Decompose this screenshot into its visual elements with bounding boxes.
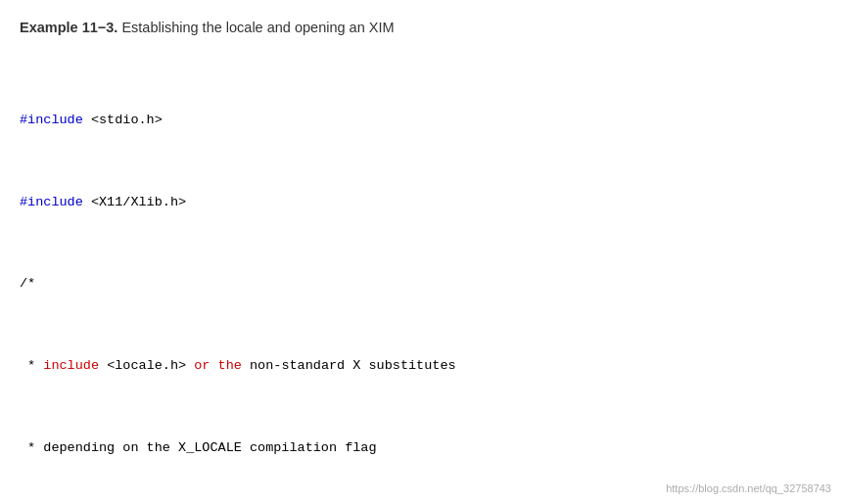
comment-or: or — [194, 358, 210, 373]
comment-include: include — [43, 358, 99, 373]
page-container: Example 11−3. Establishing the locale an… — [0, 0, 843, 504]
kw-hash: #include — [20, 113, 83, 127]
code-line-3: /* — [20, 274, 823, 295]
code-line-1: #include <stdio.h> — [20, 111, 823, 131]
code-line-5: * depending on the X_LOCALE compilation … — [20, 438, 823, 459]
code-line-4: * include <locale.h> or the non-standard… — [20, 356, 823, 377]
example-label: Example 11−3. — [20, 20, 117, 35]
example-text: Establishing the locale and opening an X… — [117, 20, 394, 35]
example-title: Example 11−3. Establishing the locale an… — [20, 18, 823, 37]
code-block: #include <stdio.h> #include <X11/Xlib.h>… — [20, 49, 823, 504]
code-line-2: #include <X11/Xlib.h> — [20, 193, 823, 213]
kw-include2: #include — [20, 195, 83, 209]
comment-the: the — [218, 358, 242, 373]
watermark: https://blog.csdn.net/qq_32758743 — [666, 482, 831, 494]
